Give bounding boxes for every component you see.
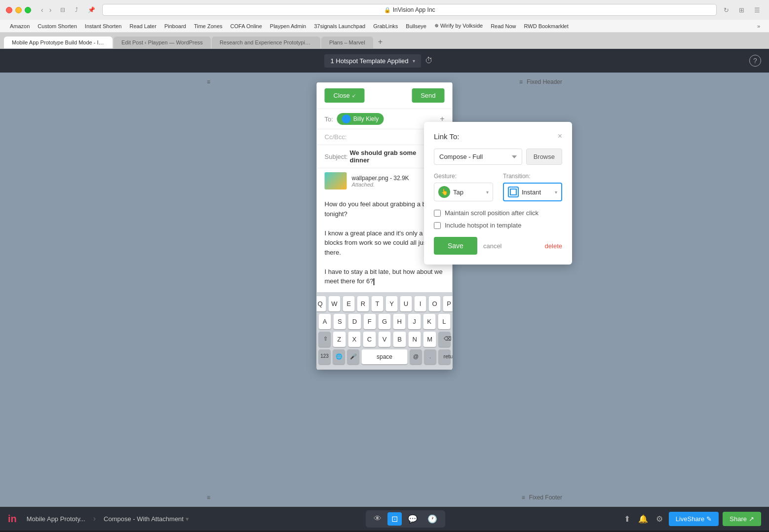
key-i[interactable]: I [415, 296, 426, 311]
bookmark-read-now[interactable]: Read Now [487, 22, 520, 30]
key-b[interactable]: B [393, 332, 406, 347]
popup-close-button[interactable]: × [558, 132, 562, 141]
key-f[interactable]: F [363, 314, 376, 329]
bookmark-custom-shorten[interactable]: Custom Shorten [34, 22, 80, 30]
upload-button[interactable]: ⬆ [622, 512, 632, 526]
key-g[interactable]: G [378, 314, 390, 329]
key-s[interactable]: S [334, 314, 346, 329]
minimize-window-button[interactable] [15, 7, 22, 13]
preview-button[interactable]: 👁 [370, 512, 385, 526]
cancel-link[interactable]: cancel [483, 242, 502, 250]
key-e[interactable]: E [343, 296, 355, 311]
key-q[interactable]: Q [317, 296, 326, 311]
bookmark-time-zones[interactable]: Time Zones [190, 22, 227, 30]
browser-titlebar: ‹ › ⊟ ⤴ 📌 🔒 InVision App Inc ↻ ⊞ ☰ [0, 0, 769, 20]
transition-select[interactable]: Instant ▾ [503, 183, 562, 201]
key-p[interactable]: P [443, 296, 453, 311]
liveshare-button[interactable]: LiveShare ✎ [669, 512, 719, 526]
close-button[interactable]: Close ↙ [325, 88, 365, 103]
maintain-scroll-checkbox[interactable] [434, 210, 441, 217]
address-text: InVision App Inc [393, 6, 435, 13]
gesture-select[interactable]: 👆 Tap ▾ [434, 183, 493, 201]
tab-invision[interactable]: Mobile App Prototype Build Mode - InVisi… [4, 37, 113, 48]
address-bar[interactable]: 🔒 InVision App Inc [102, 4, 717, 16]
key-return[interactable]: return [439, 349, 451, 364]
share-ext-button[interactable]: ⤴ [72, 5, 81, 14]
key-v[interactable]: V [378, 332, 391, 347]
bookmarks-more[interactable]: » [754, 22, 763, 30]
key-l[interactable]: L [438, 314, 450, 329]
save-button[interactable]: Save [434, 237, 477, 255]
key-a[interactable]: A [319, 314, 331, 329]
pin-button[interactable]: 📌 [85, 5, 98, 14]
history-button[interactable]: 🕐 [423, 512, 441, 526]
tab-research[interactable]: Research and Experience Prototyping Tool… [212, 37, 320, 48]
forward-button[interactable]: › [47, 5, 54, 15]
key-h[interactable]: H [393, 314, 406, 329]
notifications-button[interactable]: 🔔 [636, 512, 650, 526]
key-space[interactable]: space [362, 349, 408, 364]
back-button[interactable]: ‹ [39, 5, 45, 15]
delete-link[interactable]: delete [545, 242, 562, 250]
share-button[interactable]: Share ↗ [723, 512, 761, 526]
tab-marvel[interactable]: Plans – Marvel [321, 37, 373, 48]
new-tab-button[interactable]: ⊞ [736, 5, 747, 15]
fixed-header-label: Fixed Header [527, 78, 562, 85]
key-globe[interactable]: 🌐 [333, 349, 345, 364]
close-window-button[interactable] [6, 7, 12, 13]
bookmark-37signals[interactable]: 37signals Launchpad [310, 22, 369, 30]
key-backspace[interactable]: ⌫ [439, 332, 451, 347]
key-at[interactable]: @ [410, 349, 422, 364]
key-k[interactable]: K [423, 314, 435, 329]
key-123[interactable]: 123 [319, 349, 331, 364]
bookmark-bullseye[interactable]: Bullseye [402, 22, 430, 30]
key-m[interactable]: M [423, 332, 436, 347]
key-t[interactable]: T [372, 296, 384, 311]
reader-view-button[interactable]: ⊟ [57, 5, 68, 14]
bookmark-amazon[interactable]: Amazon [6, 22, 34, 30]
key-d[interactable]: D [348, 314, 361, 329]
key-n[interactable]: N [408, 332, 421, 347]
key-w[interactable]: W [329, 296, 341, 311]
browse-button[interactable]: Browse [526, 149, 562, 165]
comment-button[interactable]: 💬 [404, 512, 422, 526]
reload-button[interactable]: ↻ [721, 5, 732, 15]
key-y[interactable]: Y [386, 296, 398, 311]
bookmark-wirify[interactable]: ✵ Wirify by Volkside [430, 22, 487, 30]
bookmark-instant-shorten[interactable]: Instant Shorten [81, 22, 126, 30]
send-button[interactable]: Send [412, 88, 444, 103]
screen-name[interactable]: Compose - With Attachment ▾ [104, 515, 189, 523]
settings-button[interactable]: ⚙ [654, 512, 665, 526]
cc-label: Cc/Bcc: [325, 133, 347, 141]
key-j[interactable]: J [408, 314, 421, 329]
key-u[interactable]: U [400, 296, 412, 311]
maximize-window-button[interactable] [25, 7, 31, 13]
bookmark-read-later[interactable]: Read Later [125, 22, 160, 30]
link-to-select[interactable]: Compose - Full [434, 149, 522, 165]
add-tab-button[interactable]: + [374, 36, 386, 48]
recipient-chip[interactable]: Billy Kiely [337, 113, 384, 125]
key-shift[interactable]: ⇧ [318, 332, 330, 347]
key-z[interactable]: Z [333, 332, 346, 347]
tab-wordpress[interactable]: Edit Post ‹ Playpen — WordPress [114, 37, 211, 48]
bookmark-playpen[interactable]: Playpen Admin [266, 22, 310, 30]
hotspot-button[interactable]: ⊡ [387, 512, 402, 526]
bookmark-pinboard[interactable]: Pinboard [160, 22, 190, 30]
bookmark-grablinks[interactable]: GrabLinks [369, 22, 402, 30]
key-r[interactable]: R [357, 296, 369, 311]
timer-button[interactable]: ⏱ [425, 56, 433, 65]
template-dropdown[interactable]: 1 Hotspot Template Applied ▾ [324, 54, 421, 68]
subject-label: Subject: [325, 153, 348, 160]
key-mic[interactable]: 🎤 [347, 349, 359, 364]
bookmark-cofa[interactable]: COFA Online [227, 22, 266, 30]
help-button[interactable]: ? [749, 55, 761, 67]
key-o[interactable]: O [429, 296, 441, 311]
menu-button[interactable]: ☰ [751, 5, 763, 15]
key-c[interactable]: C [363, 332, 376, 347]
attachment-status: Attached. [352, 182, 432, 188]
key-x[interactable]: X [348, 332, 361, 347]
include-hotspot-checkbox[interactable] [434, 222, 441, 229]
key-period[interactable]: . [424, 349, 436, 364]
project-name[interactable]: Mobile App Prototy... [27, 515, 85, 523]
bookmark-rwd[interactable]: RWD Bookmarklet [520, 22, 573, 30]
